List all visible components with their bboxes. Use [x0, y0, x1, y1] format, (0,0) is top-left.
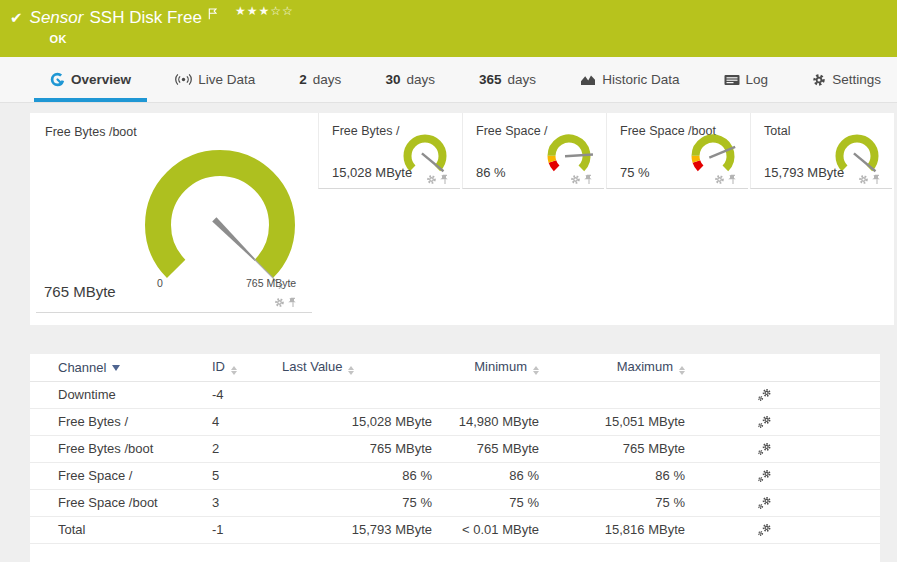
status-badge: OK: [50, 33, 294, 45]
sort-icon: [679, 366, 685, 375]
column-label: ID: [212, 359, 225, 374]
gauge-free-bytes-boot: Free Bytes /boot x 765 MByte 0 765 MByte: [30, 113, 318, 325]
sensor-type-label: Sensor: [30, 8, 84, 28]
star-filled-icon[interactable]: ★: [247, 4, 259, 18]
channel-name: Free Space /boot: [30, 489, 212, 516]
channel-settings-icon[interactable]: [757, 496, 772, 510]
channel-id: -1: [212, 516, 282, 543]
last-value: 75 %: [282, 489, 432, 516]
last-value: 765 MByte: [282, 435, 432, 462]
tab-settings[interactable]: Settings: [808, 57, 885, 102]
tab-label: days: [313, 72, 342, 87]
maximum-value: 15,051 MByte: [539, 408, 685, 435]
table-row: Free Bytes /boot2765 MByte765 MByte765 M…: [30, 435, 880, 462]
tab-historic-data[interactable]: Historic Data: [576, 57, 683, 102]
minimum-value: < 0.01 MByte: [432, 516, 539, 543]
channel-id: 2: [212, 435, 282, 462]
channel-settings-icon[interactable]: [757, 469, 772, 483]
tab-log[interactable]: Log: [720, 57, 773, 102]
gauge-scale-min: 0: [157, 277, 163, 289]
channel-name: Free Bytes /: [30, 408, 212, 435]
column-label: Channel: [58, 360, 106, 375]
minimum-value: 86 %: [432, 462, 539, 489]
tab-label: Overview: [71, 72, 131, 87]
tab-days-count: 365: [479, 72, 502, 87]
gauge-value: 15,793 MByte: [764, 165, 844, 180]
column-header-last-value[interactable]: Last Value: [282, 354, 432, 381]
settings-icon: [812, 73, 826, 87]
tab-label: days: [406, 72, 435, 87]
tab-live-data[interactable]: Live Data: [171, 57, 259, 102]
gauge-value: 75 %: [620, 165, 650, 180]
minimum-value: 14,980 MByte: [432, 408, 539, 435]
page-title: SSH Disk Free: [89, 8, 201, 28]
table-row: Free Space /boot375 %75 %75 %: [30, 489, 880, 516]
gear-icon[interactable]: [426, 174, 437, 185]
minimum-value: 765 MByte: [432, 435, 539, 462]
gear-icon[interactable]: [570, 174, 581, 185]
channel-settings-icon[interactable]: [757, 388, 772, 402]
sort-icon: [533, 366, 539, 375]
gear-icon[interactable]: [274, 297, 285, 308]
channel-settings-icon[interactable]: [757, 523, 772, 537]
column-header-maximum[interactable]: Maximum: [539, 354, 685, 381]
priority-stars[interactable]: ★★★☆☆: [235, 4, 294, 18]
table-row: Free Bytes /415,028 MByte14,980 MByte15,…: [30, 408, 880, 435]
table-row: Downtime-4: [30, 381, 880, 408]
tab-label: Settings: [832, 72, 881, 87]
sensor-header: ✔ Sensor SSH Disk Free ★★★☆☆ OK: [0, 0, 897, 57]
tab-label: Historic Data: [602, 72, 679, 87]
gauge-scale-max: 765 MByte: [246, 277, 296, 289]
maximum-value: 15,816 MByte: [539, 516, 685, 543]
column-header-minimum[interactable]: Minimum: [432, 354, 539, 381]
pin-icon[interactable]: [288, 297, 298, 308]
channels-table-panel: ChannelIDLast ValueMinimumMaximum Downti…: [30, 354, 880, 562]
star-filled-icon[interactable]: ★: [235, 4, 247, 18]
gear-icon[interactable]: [858, 174, 869, 185]
maximum-value: 86 %: [539, 462, 685, 489]
sort-icon: [231, 366, 237, 375]
gauge-total: Total 15,793 MByte: [750, 113, 894, 325]
flag-icon[interactable]: [208, 6, 217, 24]
gauge-title: Free Bytes /: [332, 124, 399, 138]
column-header-id[interactable]: ID: [212, 354, 282, 381]
channel-id: 3: [212, 489, 282, 516]
column-header-channel[interactable]: Channel: [30, 354, 212, 381]
channels-table: ChannelIDLast ValueMinimumMaximum Downti…: [30, 354, 880, 544]
tab-label: Log: [746, 72, 769, 87]
overview-gauges-panel: Free Bytes /boot x 765 MByte 0 765 MByte…: [30, 113, 894, 325]
pin-icon[interactable]: [872, 174, 882, 185]
broadcast-icon: [175, 73, 192, 86]
column-label: Last Value: [282, 359, 342, 374]
gauge-value: 15,028 MByte: [332, 165, 412, 180]
maximum-value: 765 MByte: [539, 435, 685, 462]
tab-2-days[interactable]: 2days: [295, 57, 345, 102]
channel-settings-icon[interactable]: [757, 442, 772, 456]
gauge-value: 765 MByte: [44, 283, 116, 300]
historic-icon: [580, 73, 596, 86]
minimum-value: [432, 381, 539, 408]
pin-icon[interactable]: [728, 174, 738, 185]
tab-bar: OverviewLive Data2days30days365daysHisto…: [0, 57, 897, 103]
pin-icon[interactable]: [440, 174, 450, 185]
pin-icon[interactable]: [584, 174, 594, 185]
gear-icon[interactable]: [714, 174, 725, 185]
channel-settings-icon[interactable]: [757, 415, 772, 429]
tab-30-days[interactable]: 30days: [381, 57, 439, 102]
star-empty-icon[interactable]: ☆: [282, 4, 294, 18]
tab-365-days[interactable]: 365days: [475, 57, 540, 102]
gauge-free-space-boot: Free Space /boot 75 %: [606, 113, 750, 325]
sort-icon: [348, 366, 354, 375]
star-filled-icon[interactable]: ★: [258, 4, 270, 18]
maximum-value: 75 %: [539, 489, 685, 516]
column-label: Maximum: [617, 359, 673, 374]
channel-id: 5: [212, 462, 282, 489]
tab-days-count: 30: [385, 72, 400, 87]
column-label: Minimum: [474, 359, 527, 374]
last-value: [282, 381, 432, 408]
star-empty-icon[interactable]: ☆: [270, 4, 282, 18]
tab-overview[interactable]: Overview: [46, 57, 135, 102]
gauge-free-space: Free Space / 86 %: [462, 113, 606, 325]
gauge-title: Free Space /: [476, 124, 548, 138]
tab-label: days: [508, 72, 537, 87]
